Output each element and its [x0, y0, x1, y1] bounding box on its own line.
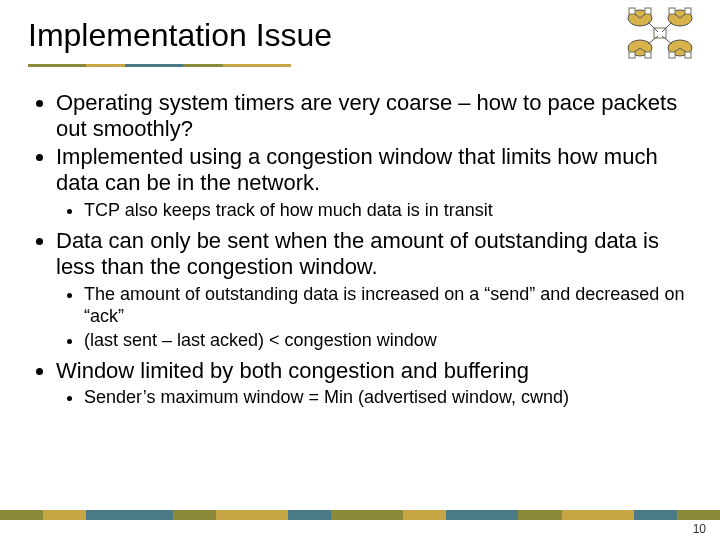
svg-line-23 — [648, 36, 658, 44]
bullet-list: Operating system timers are very coarse … — [34, 90, 700, 409]
bar-seg — [562, 510, 634, 520]
slide-body: Operating system timers are very coarse … — [34, 90, 700, 415]
sub-bullet: Sender’s maximum window = Min (advertise… — [84, 387, 700, 409]
sub-bullet: TCP also keeps track of how much data is… — [84, 200, 700, 222]
svg-line-21 — [648, 22, 658, 32]
bullet: Operating system timers are very coarse … — [56, 90, 700, 142]
svg-rect-3 — [629, 8, 635, 14]
page-number: 10 — [693, 522, 706, 536]
svg-rect-9 — [685, 8, 691, 14]
svg-rect-13 — [629, 52, 635, 58]
sub-bullet-list: The amount of outstanding data is increa… — [56, 284, 700, 352]
svg-rect-14 — [645, 52, 651, 58]
underline-seg — [28, 64, 86, 67]
bar-seg — [173, 510, 216, 520]
bar-seg — [0, 510, 43, 520]
bar-seg — [677, 510, 720, 520]
bar-seg — [216, 510, 288, 520]
underline-seg — [223, 64, 291, 67]
bullet: Window limited by both congestion and bu… — [56, 358, 700, 410]
sub-bullet: (last sent – last acked) < congestion wi… — [84, 330, 700, 352]
bar-seg — [518, 510, 561, 520]
svg-rect-8 — [669, 8, 675, 14]
sub-bullet: The amount of outstanding data is increa… — [84, 284, 700, 328]
bar-seg — [331, 510, 403, 520]
network-cluster-icon — [610, 4, 710, 68]
bar-seg — [43, 510, 86, 520]
bar-seg — [403, 510, 446, 520]
bar-seg — [288, 510, 331, 520]
underline-seg — [183, 64, 222, 67]
footer-color-bar — [0, 510, 720, 520]
slide: Implementation Issue — [0, 0, 720, 540]
title-underline — [28, 64, 291, 67]
underline-seg — [86, 64, 125, 67]
bar-seg — [634, 510, 677, 520]
bullet-text: Implemented using a congestion window th… — [56, 144, 658, 195]
bar-seg — [86, 510, 172, 520]
sub-bullet-list: Sender’s maximum window = Min (advertise… — [56, 387, 700, 409]
svg-line-24 — [662, 36, 672, 44]
slide-title: Implementation Issue — [28, 18, 600, 53]
svg-rect-19 — [685, 52, 691, 58]
underline-seg — [125, 64, 183, 67]
svg-rect-18 — [669, 52, 675, 58]
bullet-text: Data can only be sent when the amount of… — [56, 228, 659, 279]
bullet: Implemented using a congestion window th… — [56, 144, 700, 222]
svg-line-22 — [662, 22, 672, 32]
bullet: Data can only be sent when the amount of… — [56, 228, 700, 352]
sub-bullet-list: TCP also keeps track of how much data is… — [56, 200, 700, 222]
bullet-text: Window limited by both congestion and bu… — [56, 358, 529, 383]
svg-rect-4 — [645, 8, 651, 14]
bar-seg — [446, 510, 518, 520]
